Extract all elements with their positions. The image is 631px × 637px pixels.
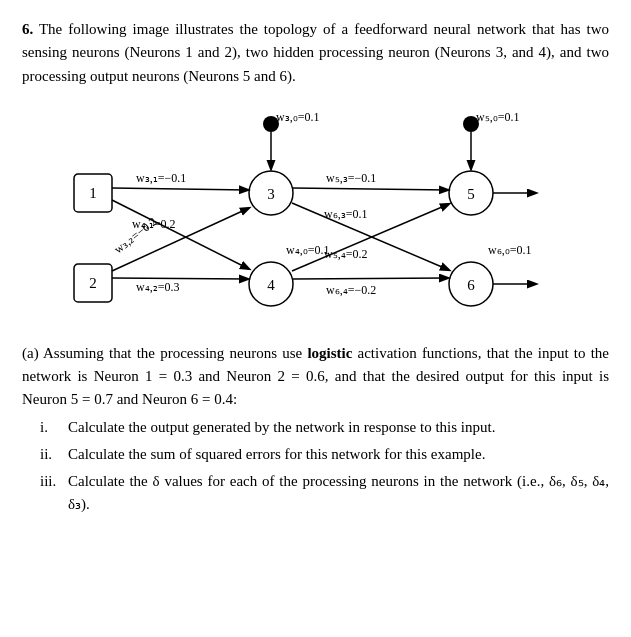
svg-text:w₆,₀=0.1: w₆,₀=0.1 [488, 243, 531, 257]
part-a: (a) Assuming that the processing neurons… [22, 342, 609, 517]
sub-item-i-text: Calculate the output generated by the ne… [68, 416, 609, 439]
sub-item-ii: ii. Calculate the sum of squared errors … [40, 443, 609, 466]
svg-line-20 [293, 188, 448, 190]
svg-line-16 [112, 188, 248, 190]
part-a-text: (a) Assuming that the processing neurons… [22, 342, 609, 412]
sub-item-iii-text: Calculate the δ values for each of the p… [68, 470, 609, 517]
sub-item-ii-text: Calculate the sum of squared errors for … [68, 443, 609, 466]
svg-text:w₅,₀=0.1: w₅,₀=0.1 [476, 110, 519, 124]
svg-line-22 [292, 204, 449, 271]
svg-text:w₆,₃=0.1: w₆,₃=0.1 [324, 207, 367, 221]
svg-line-19 [112, 278, 248, 279]
svg-text:5: 5 [467, 186, 475, 202]
svg-text:6: 6 [467, 277, 475, 293]
svg-text:w₅,₄=0.2: w₅,₄=0.2 [324, 247, 367, 261]
svg-text:w₄,₀=0.1: w₄,₀=0.1 [286, 243, 329, 257]
svg-text:1: 1 [89, 185, 97, 201]
logistic-bold: logistic [307, 345, 352, 361]
question-text: 6. The following image illustrates the t… [22, 18, 609, 88]
svg-line-23 [293, 278, 448, 279]
sub-item-iii-label: iii. [40, 470, 64, 517]
svg-line-21 [292, 203, 449, 270]
svg-text:w₆,₄=−0.2: w₆,₄=−0.2 [326, 283, 376, 297]
neural-diagram: 1 2 3 4 5 6 [22, 106, 609, 326]
sub-item-i: i. Calculate the output generated by the… [40, 416, 609, 439]
svg-text:w₅,₃=−0.1: w₅,₃=−0.1 [326, 171, 376, 185]
svg-text:3: 3 [267, 186, 275, 202]
svg-text:2: 2 [89, 275, 97, 291]
sub-item-i-label: i. [40, 416, 64, 439]
question-container: 6. The following image illustrates the t… [22, 18, 609, 517]
sub-items-list: i. Calculate the output generated by the… [22, 416, 609, 517]
svg-text:w₃,₁=−0.1: w₃,₁=−0.1 [136, 171, 186, 185]
svg-text:w₄,₂=0.3: w₄,₂=0.3 [136, 280, 179, 294]
svg-text:w₃,₀=0.1: w₃,₀=0.1 [276, 110, 319, 124]
svg-text:4: 4 [267, 277, 275, 293]
diagram-svg: 1 2 3 4 5 6 [56, 106, 576, 321]
sub-item-iii: iii. Calculate the δ values for each of … [40, 470, 609, 517]
sub-item-ii-label: ii. [40, 443, 64, 466]
